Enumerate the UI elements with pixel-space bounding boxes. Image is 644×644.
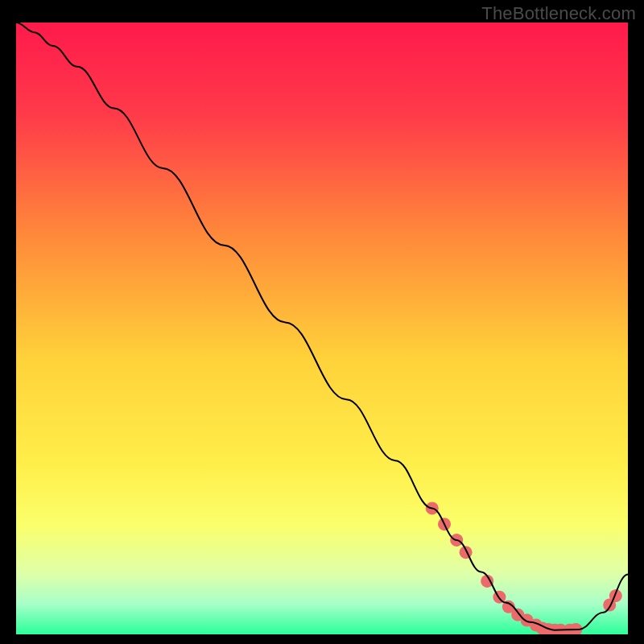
chart-frame: TheBottleneck.com bbox=[0, 0, 644, 644]
plot-area bbox=[16, 23, 628, 634]
gradient-background bbox=[16, 23, 628, 634]
watermark-text: TheBottleneck.com bbox=[481, 3, 636, 24]
marker-dot bbox=[460, 546, 473, 559]
chart-svg bbox=[16, 23, 628, 634]
